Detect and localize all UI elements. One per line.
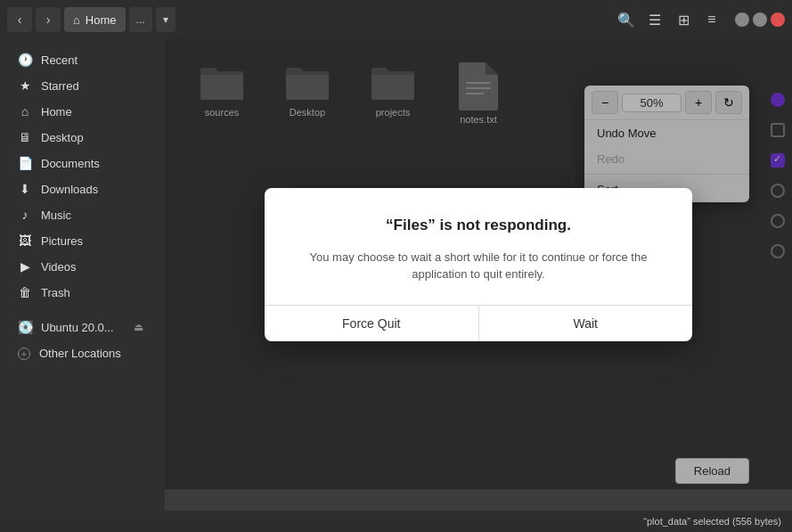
sidebar: 🕐 Recent ★ Starred ⌂ Home 🖥 Desktop 📄 Do…: [0, 39, 165, 511]
home-sidebar-icon: ⌂: [18, 104, 32, 119]
view-list-icon: ☰: [649, 12, 661, 29]
sidebar-item-documents[interactable]: 📄 Documents: [4, 151, 161, 176]
forward-button[interactable]: ›: [36, 7, 61, 32]
dialog-body: “Files” is not responding. You may choos…: [265, 188, 692, 305]
dialog-message-text: You may choose to wait a short while for…: [310, 250, 648, 282]
sidebar-item-label: Videos: [41, 260, 77, 274]
starred-icon: ★: [18, 78, 32, 93]
home-button[interactable]: ⌂ Home: [64, 7, 126, 32]
statusbar-text: “plot_data” selected (556 bytes): [643, 516, 781, 527]
sidebar-item-ubuntu[interactable]: 💽 Ubuntu 20.0... ⏏: [4, 314, 161, 340]
music-icon: ♪: [18, 208, 32, 222]
videos-icon: ▶: [18, 259, 32, 274]
recent-icon: 🕐: [18, 53, 32, 67]
view-list-button[interactable]: ☰: [642, 7, 667, 32]
statusbar: “plot_data” selected (556 bytes): [0, 511, 792, 532]
sidebar-item-label: Other Locations: [39, 347, 121, 360]
main-layout: 🕐 Recent ★ Starred ⌂ Home 🖥 Desktop 📄 Do…: [0, 39, 792, 511]
path-label: ...: [136, 13, 145, 26]
trash-icon: 🗑: [18, 285, 32, 299]
content-area: sources Desktop projects: [165, 39, 792, 511]
menu-button[interactable]: ≡: [699, 7, 724, 32]
sidebar-item-label: Ubuntu 20.0...: [41, 321, 121, 334]
eject-button[interactable]: ⏏: [130, 319, 147, 335]
wait-button[interactable]: Wait: [479, 306, 693, 341]
back-button[interactable]: ‹: [7, 7, 32, 32]
ubuntu-icon: 💽: [18, 320, 32, 334]
sidebar-item-home[interactable]: ⌂ Home: [4, 99, 161, 124]
view-toggle-icon: ⊞: [678, 12, 690, 29]
dialog-buttons: Force Quit Wait: [265, 305, 692, 341]
window-controls: [735, 12, 785, 27]
view-toggle-button[interactable]: ⊞: [671, 7, 696, 32]
sidebar-item-label: Downloads: [41, 183, 98, 196]
sidebar-item-label: Music: [41, 209, 71, 222]
search-icon: 🔍: [617, 12, 635, 29]
force-quit-label: Force Quit: [342, 316, 400, 331]
sidebar-item-label: Starred: [41, 79, 79, 93]
sidebar-item-label: Recent: [41, 53, 78, 67]
other-locations-icon: +: [18, 348, 30, 360]
documents-icon: 📄: [18, 156, 32, 170]
dialog-overlay: “Files” is not responding. You may choos…: [165, 39, 792, 489]
dialog-title: “Files” is not responding.: [300, 217, 657, 234]
sidebar-item-label: Home: [41, 105, 72, 119]
sidebar-item-videos[interactable]: ▶ Videos: [4, 254, 161, 279]
wait-label: Wait: [574, 316, 598, 331]
close-button[interactable]: [771, 12, 785, 27]
sidebar-item-starred[interactable]: ★ Starred: [4, 73, 161, 98]
minimize-button[interactable]: [735, 12, 749, 27]
downloads-icon: ⬇: [18, 182, 32, 196]
sidebar-item-desktop[interactable]: 🖥 Desktop: [4, 125, 161, 150]
menu-icon: ≡: [707, 12, 715, 28]
home-label: Home: [86, 13, 117, 27]
sidebar-item-other-locations[interactable]: + Other Locations: [4, 341, 161, 365]
path-button[interactable]: ...: [129, 7, 152, 32]
home-icon: ⌂: [73, 13, 80, 27]
dialog-message: You may choose to wait a short while for…: [300, 249, 657, 283]
not-responding-dialog: “Files” is not responding. You may choos…: [265, 188, 692, 341]
sidebar-item-label: Documents: [41, 157, 100, 170]
maximize-button[interactable]: [753, 12, 767, 27]
sidebar-item-recent[interactable]: 🕐 Recent: [4, 47, 161, 72]
force-quit-button[interactable]: Force Quit: [265, 306, 479, 341]
path-dropdown-button[interactable]: ▾: [156, 7, 176, 32]
sidebar-item-label: Pictures: [41, 234, 83, 248]
sidebar-item-downloads[interactable]: ⬇ Downloads: [4, 176, 161, 201]
desktop-icon: 🖥: [18, 130, 32, 144]
sidebar-item-trash[interactable]: 🗑 Trash: [4, 280, 161, 305]
search-button[interactable]: 🔍: [614, 7, 639, 32]
sidebar-item-label: Desktop: [41, 131, 84, 144]
pictures-icon: 🖼: [18, 233, 32, 248]
titlebar: ‹ › ⌂ Home ... ▾ 🔍 ☰ ⊞ ≡: [0, 0, 792, 39]
sidebar-item-pictures[interactable]: 🖼 Pictures: [4, 228, 161, 253]
sidebar-item-music[interactable]: ♪ Music: [4, 202, 161, 227]
sidebar-item-label: Trash: [41, 286, 70, 299]
